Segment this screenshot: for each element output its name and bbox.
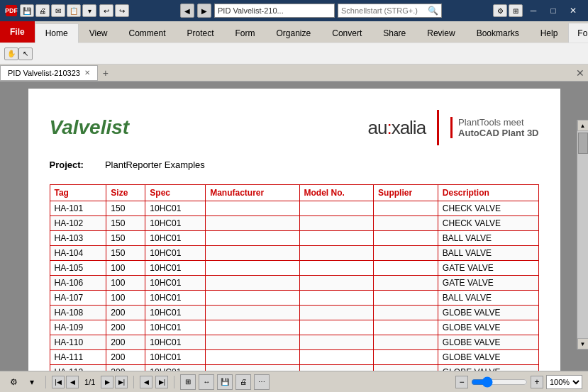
file-tab[interactable]: File (0, 21, 35, 43)
doc-tab-active[interactable]: PID Valvelist-210323 ✕ (0, 65, 98, 81)
table-cell: HA-102 (50, 216, 106, 231)
table-cell: GATE VALVE (438, 276, 538, 291)
close-button[interactable]: ✕ (564, 4, 582, 17)
table-row: HA-11220010HC01GLOBE VALVE (50, 365, 538, 371)
vertical-scrollbar[interactable]: ▲ ▼ (577, 120, 588, 349)
table-cell (206, 246, 299, 261)
tab-comment[interactable]: Comment (118, 23, 176, 43)
document-tabs: PID Valvelist-210323 ✕ + ✕ (0, 65, 588, 82)
back-nav-button[interactable]: ◀ (140, 376, 152, 388)
settings-icon[interactable]: ⚙ (6, 374, 21, 390)
header-row: Tag Size Spec Manufacturer Model No. Sup… (50, 185, 538, 201)
table-cell: HA-106 (50, 276, 106, 291)
title-bar-left: PDF 💾 🖨 ✉ 📋 ▾ ↩ ↪ (6, 4, 129, 17)
table-cell: HA-107 (50, 291, 106, 306)
more-icon[interactable]: ⋯ (254, 374, 270, 390)
dropdown-icon[interactable]: ▾ (24, 374, 40, 390)
ribbon: File Home View Comment Protect Form Orga… (0, 21, 588, 65)
scroll-up-arrow[interactable]: ▲ (577, 120, 589, 131)
table-cell (374, 261, 438, 276)
table-cell: 10HC01 (145, 350, 206, 365)
hand-tool[interactable]: ✋ (4, 47, 18, 60)
table-cell: GLOBE VALVE (438, 335, 538, 350)
table-cell: 200 (106, 320, 145, 335)
redo-button[interactable]: ↪ (115, 4, 129, 17)
print-icon[interactable]: 🖨 (235, 374, 251, 390)
search-bar[interactable]: 🔍 (338, 4, 442, 18)
tab-home[interactable]: Home (35, 23, 79, 43)
table-cell: 200 (106, 335, 145, 350)
table-cell: GLOBE VALVE (438, 306, 538, 320)
email-button[interactable]: ✉ (51, 4, 65, 17)
undo-button[interactable]: ↩ (99, 4, 113, 17)
table-cell: 200 (106, 306, 145, 320)
table-cell: 10HC01 (145, 365, 206, 371)
new-tab-button[interactable]: + (98, 65, 113, 81)
fit-width-button[interactable]: ↔ (199, 374, 214, 390)
tab-convert[interactable]: Convert (321, 23, 372, 43)
tab-organize[interactable]: Organize (266, 23, 322, 43)
page-navigation: |◀ ◀ 1/1 ▶ ▶| (52, 376, 128, 388)
table-cell (206, 231, 299, 246)
dropdown-arrow[interactable]: ▾ (82, 4, 96, 17)
tab-share[interactable]: Share (372, 23, 416, 43)
content-area: Valvelist au:xalia PlantTools meet AutoC… (0, 82, 588, 371)
table-cell (206, 335, 299, 350)
tab-view[interactable]: View (79, 23, 118, 43)
table-row: HA-10510010HC01GATE VALVE (50, 261, 538, 276)
scroll-down-arrow[interactable]: ▼ (577, 338, 589, 349)
doc-tab-close-icon[interactable]: ✕ (84, 69, 90, 77)
table-cell (206, 306, 299, 320)
first-page-button[interactable]: |◀ (52, 376, 65, 388)
forward-button[interactable]: ▶ (197, 4, 211, 18)
table-cell: 150 (106, 231, 145, 246)
table-cell (299, 335, 374, 350)
table-cell (299, 291, 374, 306)
table-cell: 10HC01 (145, 246, 206, 261)
fit-page-button[interactable]: ⊞ (180, 374, 196, 390)
search-input[interactable] (341, 6, 426, 15)
tab-format[interactable]: Format (568, 23, 588, 43)
next-page-button[interactable]: ▶ (101, 376, 113, 388)
col-size: Size (106, 185, 145, 201)
prev-page-button[interactable]: ◀ (66, 376, 79, 388)
settings-button[interactable]: ⚙ (493, 4, 507, 17)
tab-protect[interactable]: Protect (177, 23, 225, 43)
app-icon: PDF (6, 5, 17, 16)
select-tool[interactable]: ↖ (18, 47, 33, 60)
maximize-button[interactable]: □ (544, 4, 562, 17)
table-cell: 10HC01 (145, 276, 206, 291)
minimize-button[interactable]: ─ (524, 4, 543, 17)
scroll-thumb[interactable] (578, 133, 588, 154)
zoom-out-button[interactable]: − (455, 376, 468, 388)
close-all-tabs[interactable]: ✕ (572, 65, 588, 81)
save-button[interactable]: 💾 (20, 4, 34, 17)
tab-help[interactable]: Help (530, 23, 569, 43)
table-cell: HA-111 (50, 350, 106, 365)
zoom-select[interactable]: 50% 75% 100% 125% 150% 200% (546, 375, 582, 389)
tab-review[interactable]: Review (416, 23, 465, 43)
stamp-button[interactable]: 📋 (67, 4, 81, 17)
tab-bookmarks[interactable]: Bookmarks (466, 23, 530, 43)
table-cell (374, 231, 438, 246)
table-cell (374, 276, 438, 291)
last-page-button[interactable]: ▶| (115, 376, 128, 388)
grid-button[interactable]: ⊞ (509, 4, 523, 17)
page-scroll-area[interactable]: Valvelist au:xalia PlantTools meet AutoC… (0, 82, 588, 371)
table-cell (374, 350, 438, 365)
title-bar-center: ◀ ▶ PID Valvelist-210... 🔍 (180, 4, 442, 18)
col-tag: Tag (50, 185, 106, 201)
table-cell: 10HC01 (145, 261, 206, 276)
page-title: Valvelist (50, 116, 130, 139)
app-icon-text: PDF (5, 7, 18, 14)
table-cell (374, 201, 438, 216)
address-bar[interactable]: PID Valvelist-210... (214, 4, 335, 18)
zoom-in-button[interactable]: + (531, 376, 543, 388)
print-button[interactable]: 🖨 (35, 4, 50, 17)
table-cell: 10HC01 (145, 216, 206, 231)
zoom-slider[interactable] (471, 377, 528, 387)
tab-form[interactable]: Form (225, 23, 266, 43)
forward-nav-button[interactable]: ▶| (155, 376, 168, 388)
save-icon[interactable]: 💾 (217, 374, 233, 390)
back-button[interactable]: ◀ (180, 4, 194, 18)
